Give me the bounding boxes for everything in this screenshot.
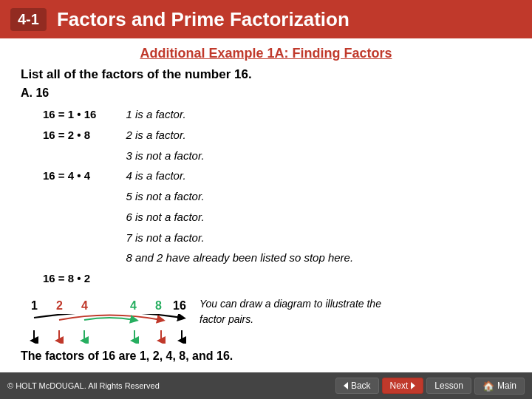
problem-label: A. 16 <box>21 86 511 100</box>
eq-9: 16 = 8 • 2 <box>43 268 96 289</box>
next-button[interactable]: Next <box>382 378 424 394</box>
page-header: 4-1 Factors and Prime Factorization <box>0 0 532 38</box>
back-button[interactable]: Back <box>335 378 379 394</box>
back-label: Back <box>351 381 371 391</box>
factor-3: 3 is not a factor. <box>126 146 353 166</box>
number-line-container: 1 2 4 4 8 16 <box>28 299 191 344</box>
lesson-button[interactable]: Lesson <box>426 378 471 394</box>
factor-5: 5 is not a factor. <box>126 186 353 207</box>
factor-4: 4 is a factor. <box>126 166 353 186</box>
num-label-2: 2 <box>56 299 63 313</box>
next-label: Next <box>390 381 409 391</box>
copyright-text: © HOLT McDOUGAL. All Rights Reserved <box>7 381 160 390</box>
next-arrow-icon <box>411 382 415 389</box>
lesson-badge: 4-1 <box>10 8 47 31</box>
main-button[interactable]: 🏠 Main <box>474 378 525 395</box>
num-label-4b: 4 <box>130 299 137 313</box>
factor-6: 6 is not a factor. <box>126 207 353 228</box>
diagram-text-line2: factor pairs. <box>200 312 381 327</box>
page-footer: © HOLT McDOUGAL. All Rights Reserved Bac… <box>0 372 532 399</box>
back-arrow-icon <box>344 382 348 389</box>
factor-2: 2 is a factor. <box>126 125 353 146</box>
eq-8 <box>43 248 96 268</box>
lesson-label: Lesson <box>434 381 463 391</box>
conclusion-text: The factors of 16 are 1, 2, 4, 8, and 16… <box>21 349 511 363</box>
factor-7: 7 is not a factor. <box>126 228 353 248</box>
eq-6 <box>43 207 96 228</box>
section-title: Additional Example 1A: Finding Factors <box>21 46 511 61</box>
equations-factors-container: 16 = 1 • 16 16 = 2 • 8 16 = 4 • 4 16 = 8… <box>43 104 511 289</box>
eq-1: 16 = 1 • 16 <box>43 104 96 125</box>
factors-block: 1 is a factor. 2 is a factor. 3 is not a… <box>126 104 353 289</box>
num-label-16: 16 <box>173 299 186 313</box>
number-line-section: 1 2 4 4 8 16 <box>28 296 511 344</box>
footer-buttons: Back Next Lesson 🏠 Main <box>335 378 525 395</box>
eq-3 <box>43 146 96 166</box>
arrows-svg <box>28 314 191 344</box>
eq-7 <box>43 228 96 248</box>
eq-5 <box>43 186 96 207</box>
intro-text: List all of the factors of the number 16… <box>21 67 511 82</box>
num-label-8: 8 <box>155 299 162 313</box>
factor-1: 1 is a factor. <box>126 104 353 125</box>
house-icon: 🏠 <box>482 381 494 392</box>
num-label-4a: 4 <box>81 299 88 313</box>
eq-2: 16 = 2 • 8 <box>43 125 96 146</box>
main-label: Main <box>497 381 516 391</box>
page-title: Factors and Prime Factorization <box>57 8 349 31</box>
num-label-1: 1 <box>31 299 38 313</box>
eq-4: 16 = 4 • 4 <box>43 166 96 186</box>
diagram-text: You can draw a diagram to illustrate the… <box>200 296 381 327</box>
diagram-text-line1: You can draw a diagram to illustrate the <box>200 296 381 312</box>
factor-8: 8 and 2 have already been listed so stop… <box>126 248 353 268</box>
equations-block: 16 = 1 • 16 16 = 2 • 8 16 = 4 • 4 16 = 8… <box>43 104 96 289</box>
main-content: Additional Example 1A: Finding Factors L… <box>0 38 532 372</box>
